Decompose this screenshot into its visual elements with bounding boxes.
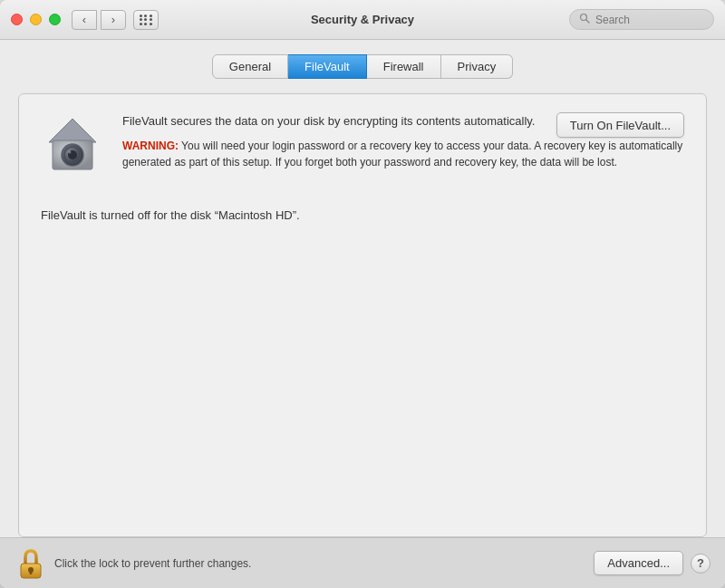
- nav-buttons: ‹ ›: [72, 10, 126, 30]
- description-text: FileVault secures the data on your disk …: [122, 112, 535, 130]
- svg-point-7: [69, 151, 72, 154]
- help-button[interactable]: ?: [691, 554, 710, 574]
- desc-row: FileVault secures the data on your disk …: [122, 112, 684, 138]
- svg-marker-2: [49, 119, 96, 142]
- bottom-bar: Click the lock to prevent further change…: [0, 537, 725, 588]
- tabs-container: General FileVault Firewall Privacy: [18, 54, 707, 79]
- warning-label: WARNING:: [122, 140, 179, 152]
- tab-general[interactable]: General: [212, 54, 288, 79]
- turn-on-filevault-button[interactable]: Turn On FileVault...: [556, 112, 684, 138]
- maximize-button[interactable]: [49, 14, 61, 25]
- warning-body: You will need your login password or a r…: [122, 140, 682, 169]
- search-input[interactable]: [595, 14, 704, 26]
- lock-button[interactable]: [14, 547, 47, 580]
- main-window: ‹ › Security & Privacy General: [0, 0, 725, 588]
- svg-point-0: [581, 14, 587, 21]
- bottom-right-buttons: Advanced... ?: [594, 551, 710, 575]
- filevault-icon: [41, 112, 104, 176]
- tab-privacy[interactable]: Privacy: [441, 54, 514, 79]
- warning-text: WARNING: You will need your login passwo…: [122, 138, 684, 170]
- tab-filevault[interactable]: FileVault: [288, 54, 367, 79]
- search-bar[interactable]: [569, 9, 714, 30]
- lock-label: Click the lock to prevent further change…: [54, 557, 251, 570]
- panel-top: FileVault secures the data on your disk …: [41, 112, 684, 176]
- lock-icon: [18, 548, 44, 579]
- svg-line-1: [586, 20, 589, 23]
- forward-button[interactable]: ›: [101, 10, 126, 30]
- grid-icon: [140, 14, 153, 25]
- minimize-button[interactable]: [30, 14, 42, 25]
- close-button[interactable]: [11, 14, 23, 25]
- window-title: Security & Privacy: [311, 13, 414, 26]
- advanced-button[interactable]: Advanced...: [594, 551, 683, 575]
- search-icon: [579, 13, 590, 26]
- content-area: General FileVault Firewall Privacy: [0, 40, 725, 537]
- title-bar: ‹ › Security & Privacy: [0, 0, 725, 40]
- panel-description: FileVault secures the data on your disk …: [122, 112, 684, 176]
- traffic-lights: [11, 14, 61, 25]
- back-button[interactable]: ‹: [72, 10, 97, 30]
- main-panel: FileVault secures the data on your disk …: [18, 93, 707, 537]
- svg-rect-10: [30, 570, 33, 574]
- tab-firewall[interactable]: Firewall: [367, 54, 441, 79]
- status-text: FileVault is turned off for the disk “Ma…: [41, 208, 684, 222]
- grid-button[interactable]: [133, 10, 159, 30]
